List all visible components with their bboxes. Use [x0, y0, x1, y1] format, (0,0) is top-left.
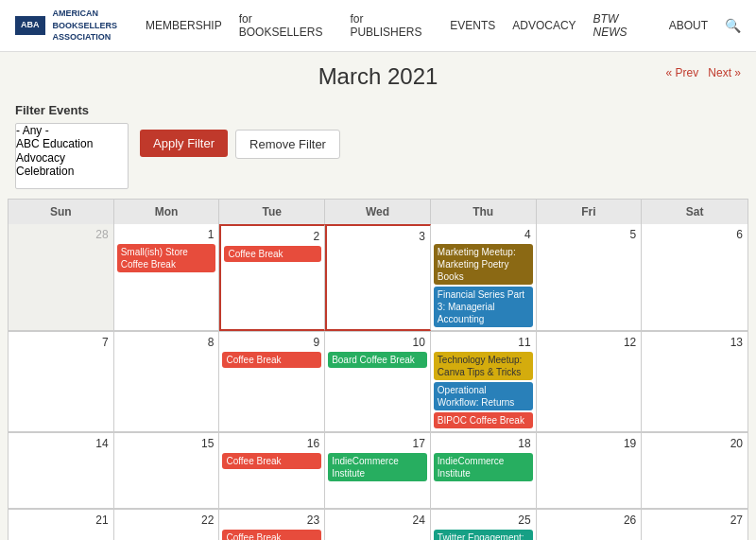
filter-buttons: Apply Filter Remove Filter — [140, 130, 340, 159]
calendar-title: March 2021 — [0, 63, 756, 90]
header-tue: Tue — [219, 200, 325, 224]
filter-section: Filter Events - Any - ABC Education Advo… — [0, 94, 756, 199]
calendar-day: 8 — [114, 332, 220, 432]
filter-label: Filter Events — [15, 103, 129, 117]
apply-filter-button[interactable]: Apply Filter — [140, 130, 228, 157]
calendar-day: 9 Coffee Break — [219, 332, 325, 432]
filter-option[interactable]: ABC Education — [16, 137, 128, 150]
header: ABA AMERICANBOOKSELLERSASSOCIATION MEMBE… — [0, 0, 756, 52]
header-mon: Mon — [114, 200, 220, 224]
calendar-day: 24 — [325, 510, 431, 540]
calendar-week-3: 14 15 16 Coffee Break 17 IndieCommerce I… — [9, 433, 747, 510]
logo: ABA AMERICANBOOKSELLERSASSOCIATION — [15, 8, 117, 44]
calendar-day: 3 — [325, 224, 431, 331]
event-board-coffee-break[interactable]: Board Coffee Break — [328, 352, 427, 368]
calendar-day: 20 — [642, 433, 747, 509]
nav-membership[interactable]: MEMBERSHIP — [146, 19, 222, 32]
calendar-day: 26 — [537, 510, 643, 540]
calendar-day: 27 — [642, 510, 747, 540]
event-coffee-break-23[interactable]: Coffee Break — [222, 530, 321, 540]
nav-publishers[interactable]: for PUBLISHERS — [350, 12, 433, 39]
nav-events[interactable]: EVENTS — [450, 19, 495, 32]
calendar-day: 6 — [642, 224, 747, 331]
event-small-store[interactable]: Small(ish) Store Coffee Break — [117, 244, 216, 272]
prev-button[interactable]: « Prev — [666, 66, 699, 79]
filter-list-wrap: - Any - ABC Education Advocacy Celebrati… — [15, 123, 129, 189]
logo-icon: ABA — [15, 16, 45, 35]
filter-list[interactable]: - Any - ABC Education Advocacy Celebrati… — [15, 123, 129, 189]
filter-wrapper: Filter Events - Any - ABC Education Advo… — [15, 103, 129, 189]
logo-text: AMERICANBOOKSELLERSASSOCIATION — [53, 8, 118, 44]
event-coffee-break-9[interactable]: Coffee Break — [222, 352, 321, 368]
header-sat: Sat — [642, 200, 747, 224]
calendar-day: 4 Marketing Meetup: Marketing Poetry Boo… — [431, 224, 537, 331]
remove-filter-button[interactable]: Remove Filter — [235, 130, 340, 159]
event-financial-series[interactable]: Financial Series Part 3: Managerial Acco… — [434, 287, 533, 327]
event-bipoc[interactable]: BIPOC Coffee Break — [434, 412, 533, 428]
nav-advocacy[interactable]: ADVOCACY — [512, 19, 576, 32]
calendar-day: 16 Coffee Break — [219, 433, 325, 509]
calendar-week-1: 28 1 Small(ish) Store Coffee Break 2 Cof… — [9, 224, 747, 332]
calendar-day: 7 — [9, 332, 114, 432]
main-nav: MEMBERSHIP for BOOKSELLERS for PUBLISHER… — [146, 12, 741, 39]
calendar-day: 22 — [114, 510, 220, 540]
header-sun: Sun — [9, 200, 114, 224]
event-indie-18[interactable]: IndieCommerce Institute — [434, 453, 533, 481]
calendar-day: 5 — [537, 224, 643, 331]
calendar-week-4: 21 22 23 Coffee Break 24 25 Twitter Enga… — [9, 510, 747, 540]
calendar-day: 18 IndieCommerce Institute — [431, 433, 537, 509]
calendar-day: 28 — [9, 224, 114, 331]
filter-option[interactable]: Advocacy — [16, 151, 128, 165]
nav-btwnews[interactable]: BTW NEWS — [593, 12, 652, 39]
calendar-grid: Sun Mon Tue Wed Thu Fri Sat 28 1 Small(i… — [8, 199, 748, 540]
calendar-day: 21 — [9, 510, 114, 540]
calendar-day: 11 Technology Meetup: Canva Tips & Trick… — [431, 332, 537, 432]
event-marketing-meetup[interactable]: Marketing Meetup: Marketing Poetry Books — [434, 244, 533, 285]
nav-about[interactable]: ABOUT — [669, 19, 708, 32]
event-tech-meetup[interactable]: Technology Meetup: Canva Tips & Tricks — [434, 352, 533, 380]
calendar-day: 23 Coffee Break — [219, 510, 325, 540]
event-coffee-break-2[interactable]: Coffee Break — [224, 246, 321, 262]
event-twitter[interactable]: Twitter Engagement: To Tweet Or Not To T… — [434, 530, 533, 540]
calendar-day: 13 — [642, 332, 747, 432]
calendar-day: 17 IndieCommerce Institute — [325, 433, 431, 509]
search-icon[interactable]: 🔍 — [725, 18, 741, 33]
calendar-title-area: March 2021 « Prev Next » — [0, 52, 756, 94]
calendar-day: 1 Small(ish) Store Coffee Break — [114, 224, 220, 331]
header-wed: Wed — [325, 200, 431, 224]
event-operational[interactable]: Operational Workflow: Returns — [434, 382, 533, 410]
calendar-nav: « Prev Next » — [666, 66, 741, 79]
event-coffee-break-16[interactable]: Coffee Break — [222, 453, 321, 469]
next-button[interactable]: Next » — [708, 66, 741, 79]
header-thu: Thu — [431, 200, 537, 224]
calendar-day: 25 Twitter Engagement: To Tweet Or Not T… — [431, 510, 537, 540]
calendar-day: 15 — [114, 433, 220, 509]
calendar-day: 2 Coffee Break — [219, 224, 325, 331]
calendar-day: 12 — [537, 332, 643, 432]
calendar-day: 10 Board Coffee Break — [325, 332, 431, 432]
header-fri: Fri — [537, 200, 643, 224]
calendar-week-2: 7 8 9 Coffee Break 10 Board Coffee Break… — [9, 332, 747, 433]
calendar-day: 14 — [9, 433, 114, 509]
filter-option[interactable]: - Any - — [16, 124, 128, 137]
event-indie-17[interactable]: IndieCommerce Institute — [328, 453, 427, 481]
filter-option[interactable]: Celebration — [16, 165, 128, 178]
calendar-header: Sun Mon Tue Wed Thu Fri Sat — [9, 200, 747, 224]
calendar-day: 19 — [537, 433, 643, 509]
nav-booksellers[interactable]: for BOOKSELLERS — [239, 12, 334, 39]
